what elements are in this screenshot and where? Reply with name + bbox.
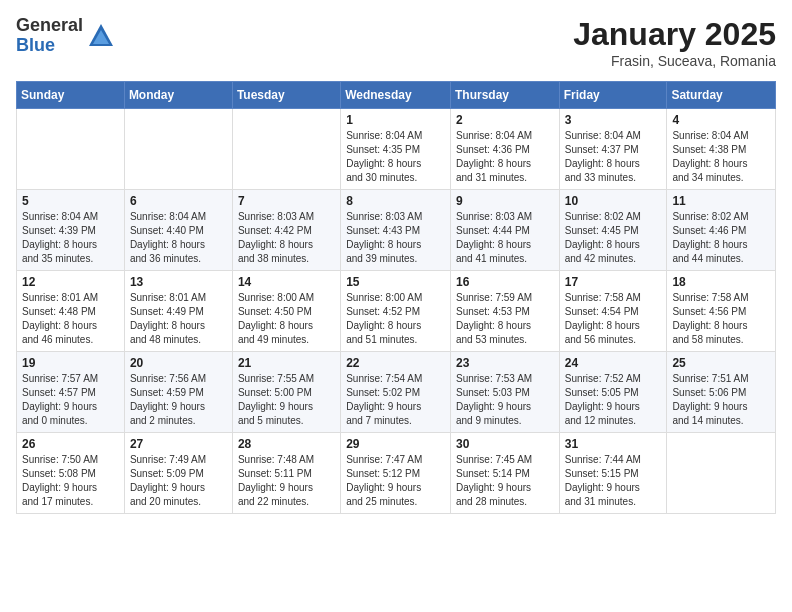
day-number: 9	[456, 194, 554, 208]
header-tuesday: Tuesday	[232, 82, 340, 109]
day-number: 28	[238, 437, 335, 451]
day-number: 11	[672, 194, 770, 208]
day-info: Sunrise: 8:02 AM Sunset: 4:46 PM Dayligh…	[672, 210, 770, 266]
table-row: 6Sunrise: 8:04 AM Sunset: 4:40 PM Daylig…	[124, 190, 232, 271]
table-row: 5Sunrise: 8:04 AM Sunset: 4:39 PM Daylig…	[17, 190, 125, 271]
page-header: General Blue January 2025 Frasin, Suceav…	[16, 16, 776, 69]
day-number: 22	[346, 356, 445, 370]
day-info: Sunrise: 8:04 AM Sunset: 4:37 PM Dayligh…	[565, 129, 662, 185]
table-row: 26Sunrise: 7:50 AM Sunset: 5:08 PM Dayli…	[17, 433, 125, 514]
day-info: Sunrise: 8:03 AM Sunset: 4:43 PM Dayligh…	[346, 210, 445, 266]
day-info: Sunrise: 7:56 AM Sunset: 4:59 PM Dayligh…	[130, 372, 227, 428]
header-wednesday: Wednesday	[341, 82, 451, 109]
table-row: 16Sunrise: 7:59 AM Sunset: 4:53 PM Dayli…	[450, 271, 559, 352]
day-number: 16	[456, 275, 554, 289]
day-info: Sunrise: 8:00 AM Sunset: 4:50 PM Dayligh…	[238, 291, 335, 347]
day-number: 21	[238, 356, 335, 370]
table-row: 7Sunrise: 8:03 AM Sunset: 4:42 PM Daylig…	[232, 190, 340, 271]
day-info: Sunrise: 7:45 AM Sunset: 5:14 PM Dayligh…	[456, 453, 554, 509]
day-number: 25	[672, 356, 770, 370]
header-thursday: Thursday	[450, 82, 559, 109]
day-number: 4	[672, 113, 770, 127]
day-info: Sunrise: 7:47 AM Sunset: 5:12 PM Dayligh…	[346, 453, 445, 509]
day-number: 31	[565, 437, 662, 451]
calendar-header-row: Sunday Monday Tuesday Wednesday Thursday…	[17, 82, 776, 109]
day-number: 26	[22, 437, 119, 451]
table-row: 31Sunrise: 7:44 AM Sunset: 5:15 PM Dayli…	[559, 433, 667, 514]
day-info: Sunrise: 7:48 AM Sunset: 5:11 PM Dayligh…	[238, 453, 335, 509]
calendar-week-row: 1Sunrise: 8:04 AM Sunset: 4:35 PM Daylig…	[17, 109, 776, 190]
day-info: Sunrise: 8:03 AM Sunset: 4:42 PM Dayligh…	[238, 210, 335, 266]
day-number: 24	[565, 356, 662, 370]
table-row	[232, 109, 340, 190]
day-info: Sunrise: 8:00 AM Sunset: 4:52 PM Dayligh…	[346, 291, 445, 347]
calendar-week-row: 26Sunrise: 7:50 AM Sunset: 5:08 PM Dayli…	[17, 433, 776, 514]
day-number: 29	[346, 437, 445, 451]
table-row: 21Sunrise: 7:55 AM Sunset: 5:00 PM Dayli…	[232, 352, 340, 433]
day-info: Sunrise: 7:50 AM Sunset: 5:08 PM Dayligh…	[22, 453, 119, 509]
day-info: Sunrise: 7:58 AM Sunset: 4:56 PM Dayligh…	[672, 291, 770, 347]
day-info: Sunrise: 8:01 AM Sunset: 4:49 PM Dayligh…	[130, 291, 227, 347]
table-row: 10Sunrise: 8:02 AM Sunset: 4:45 PM Dayli…	[559, 190, 667, 271]
day-number: 10	[565, 194, 662, 208]
table-row: 1Sunrise: 8:04 AM Sunset: 4:35 PM Daylig…	[341, 109, 451, 190]
header-sunday: Sunday	[17, 82, 125, 109]
table-row: 28Sunrise: 7:48 AM Sunset: 5:11 PM Dayli…	[232, 433, 340, 514]
table-row: 17Sunrise: 7:58 AM Sunset: 4:54 PM Dayli…	[559, 271, 667, 352]
day-info: Sunrise: 7:52 AM Sunset: 5:05 PM Dayligh…	[565, 372, 662, 428]
table-row: 11Sunrise: 8:02 AM Sunset: 4:46 PM Dayli…	[667, 190, 776, 271]
table-row: 12Sunrise: 8:01 AM Sunset: 4:48 PM Dayli…	[17, 271, 125, 352]
day-number: 6	[130, 194, 227, 208]
day-number: 19	[22, 356, 119, 370]
day-info: Sunrise: 8:02 AM Sunset: 4:45 PM Dayligh…	[565, 210, 662, 266]
day-info: Sunrise: 7:58 AM Sunset: 4:54 PM Dayligh…	[565, 291, 662, 347]
day-number: 27	[130, 437, 227, 451]
day-number: 3	[565, 113, 662, 127]
day-number: 12	[22, 275, 119, 289]
day-number: 14	[238, 275, 335, 289]
day-info: Sunrise: 7:44 AM Sunset: 5:15 PM Dayligh…	[565, 453, 662, 509]
table-row: 18Sunrise: 7:58 AM Sunset: 4:56 PM Dayli…	[667, 271, 776, 352]
day-info: Sunrise: 7:57 AM Sunset: 4:57 PM Dayligh…	[22, 372, 119, 428]
day-info: Sunrise: 8:04 AM Sunset: 4:36 PM Dayligh…	[456, 129, 554, 185]
table-row: 2Sunrise: 8:04 AM Sunset: 4:36 PM Daylig…	[450, 109, 559, 190]
header-monday: Monday	[124, 82, 232, 109]
table-row: 8Sunrise: 8:03 AM Sunset: 4:43 PM Daylig…	[341, 190, 451, 271]
logo: General Blue	[16, 16, 115, 56]
day-info: Sunrise: 7:53 AM Sunset: 5:03 PM Dayligh…	[456, 372, 554, 428]
header-friday: Friday	[559, 82, 667, 109]
table-row: 13Sunrise: 8:01 AM Sunset: 4:49 PM Dayli…	[124, 271, 232, 352]
day-number: 8	[346, 194, 445, 208]
table-row: 4Sunrise: 8:04 AM Sunset: 4:38 PM Daylig…	[667, 109, 776, 190]
day-info: Sunrise: 8:04 AM Sunset: 4:35 PM Dayligh…	[346, 129, 445, 185]
table-row	[17, 109, 125, 190]
table-row: 22Sunrise: 7:54 AM Sunset: 5:02 PM Dayli…	[341, 352, 451, 433]
day-number: 30	[456, 437, 554, 451]
day-number: 1	[346, 113, 445, 127]
title-block: January 2025 Frasin, Suceava, Romania	[573, 16, 776, 69]
header-saturday: Saturday	[667, 82, 776, 109]
day-number: 15	[346, 275, 445, 289]
table-row: 23Sunrise: 7:53 AM Sunset: 5:03 PM Dayli…	[450, 352, 559, 433]
logo-blue: Blue	[16, 36, 83, 56]
month-title: January 2025	[573, 16, 776, 53]
table-row: 3Sunrise: 8:04 AM Sunset: 4:37 PM Daylig…	[559, 109, 667, 190]
day-number: 2	[456, 113, 554, 127]
logo-general: General	[16, 16, 83, 36]
location: Frasin, Suceava, Romania	[573, 53, 776, 69]
table-row: 30Sunrise: 7:45 AM Sunset: 5:14 PM Dayli…	[450, 433, 559, 514]
day-info: Sunrise: 7:55 AM Sunset: 5:00 PM Dayligh…	[238, 372, 335, 428]
day-info: Sunrise: 7:59 AM Sunset: 4:53 PM Dayligh…	[456, 291, 554, 347]
day-number: 23	[456, 356, 554, 370]
day-info: Sunrise: 8:03 AM Sunset: 4:44 PM Dayligh…	[456, 210, 554, 266]
day-info: Sunrise: 8:04 AM Sunset: 4:40 PM Dayligh…	[130, 210, 227, 266]
table-row: 19Sunrise: 7:57 AM Sunset: 4:57 PM Dayli…	[17, 352, 125, 433]
logo-text: General Blue	[16, 16, 83, 56]
table-row: 9Sunrise: 8:03 AM Sunset: 4:44 PM Daylig…	[450, 190, 559, 271]
table-row	[667, 433, 776, 514]
calendar-week-row: 19Sunrise: 7:57 AM Sunset: 4:57 PM Dayli…	[17, 352, 776, 433]
calendar-table: Sunday Monday Tuesday Wednesday Thursday…	[16, 81, 776, 514]
day-info: Sunrise: 8:01 AM Sunset: 4:48 PM Dayligh…	[22, 291, 119, 347]
day-info: Sunrise: 7:54 AM Sunset: 5:02 PM Dayligh…	[346, 372, 445, 428]
day-info: Sunrise: 8:04 AM Sunset: 4:38 PM Dayligh…	[672, 129, 770, 185]
